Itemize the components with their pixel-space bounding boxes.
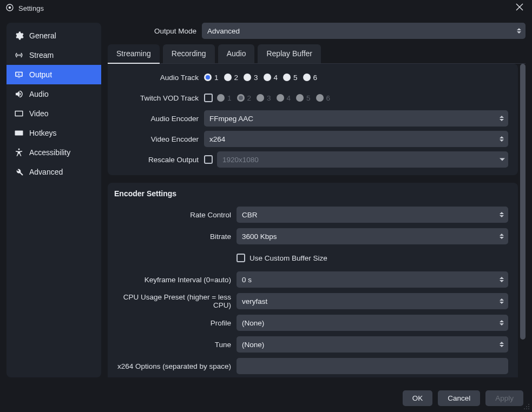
svg-point-9 [526,408,527,409]
sidebar-item-output[interactable]: Output [6,65,101,84]
svg-point-7 [528,406,529,407]
resize-grip[interactable] [523,403,530,410]
rate-control-row: Rate Control CBR [114,207,508,223]
scrollbar[interactable] [520,64,526,377]
gear-icon [14,31,24,41]
ok-button[interactable]: OK [403,390,433,406]
twitch-vod-radios: 1 2 3 4 5 6 [217,94,330,102]
x264-options-row: x264 Options (separated by space) [114,358,508,374]
spinner-icon [497,338,506,351]
sidebar-item-general[interactable]: General [6,26,101,45]
rate-control-label: Rate Control [114,211,237,219]
audio-icon [14,89,24,99]
twitch-vod-radio-3: 3 [257,94,271,102]
profile-select[interactable]: (None) [237,315,508,331]
output-mode-label: Output Mode [108,27,202,35]
rate-control-select[interactable]: CBR [237,207,508,223]
keyframe-input[interactable]: 0 s [237,271,508,288]
svg-point-5 [528,404,529,405]
rescale-output-select: 1920x1080 [217,151,508,168]
scroll-area: Audio Track 1 2 3 4 5 6 Twitch VOD [108,64,526,377]
profile-label: Profile [114,319,237,327]
apply-button: Apply [485,390,523,406]
twitch-vod-radio-6: 6 [316,94,331,102]
sidebar: General Stream Output Audio Video Hotkey… [6,23,101,377]
app-icon [5,3,14,14]
spinner-icon [497,316,506,329]
custom-buffer-checkbox[interactable] [237,254,245,262]
sidebar-item-video[interactable]: Video [6,104,101,123]
spinner-icon [497,295,506,308]
window-title: Settings [18,4,44,12]
cancel-button[interactable]: Cancel [438,390,480,406]
encoder-settings-section: Encoder Settings Rate Control CBR [108,183,518,377]
sidebar-item-advanced[interactable]: Advanced [6,162,101,182]
titlebar: Settings [0,0,532,16]
sidebar-item-label: General [29,31,56,40]
twitch-vod-checkbox[interactable] [204,94,213,102]
audio-track-radio-6[interactable]: 6 [303,74,318,82]
tab-replay-buffer[interactable]: Replay Buffer [258,44,321,63]
audio-track-label: Audio Track [113,74,204,82]
streaming-panel: Audio Track 1 2 3 4 5 6 Twitch VOD [108,64,518,175]
spinner-icon [497,132,506,145]
x264-options-label: x264 Options (separated by space) [114,362,237,370]
twitch-vod-radio-1: 1 [217,94,232,102]
svg-point-10 [528,408,529,409]
bitrate-row: Bitrate 3600 Kbps [114,228,508,244]
sidebar-item-label: Audio [29,90,49,98]
keyframe-row: Keyframe Interval (0=auto) 0 s [114,271,508,288]
tab-recording[interactable]: Recording [163,44,215,63]
audio-track-radio-3[interactable]: 3 [244,74,258,82]
sidebar-item-label: Stream [29,51,54,59]
tune-select[interactable]: (None) [237,336,508,353]
spinner-icon [515,24,523,37]
video-icon [14,109,24,118]
audio-track-radio-2[interactable]: 2 [224,74,239,82]
encoder-settings-title: Encoder Settings [114,189,508,198]
dialog-body: General Stream Output Audio Video Hotkey… [0,16,532,384]
bitrate-input[interactable]: 3600 Kbps [237,228,508,244]
audio-encoder-label: Audio Encoder [113,115,204,123]
audio-track-radio-1[interactable]: 1 [204,74,219,82]
video-encoder-select[interactable]: x264 [204,131,508,147]
keyframe-label: Keyframe Interval (0=auto) [114,276,237,284]
cpu-preset-select[interactable]: veryfast [237,293,508,309]
main-content: Output Mode Advanced Streaming Recording… [108,23,526,377]
spinner-icon [497,273,506,286]
output-mode-select[interactable]: Advanced [202,23,526,39]
audio-encoder-select[interactable]: FFmpeg AAC [204,110,508,127]
sidebar-item-hotkeys[interactable]: Hotkeys [6,123,101,143]
audio-track-radio-4[interactable]: 4 [264,74,278,82]
output-mode-value: Advanced [207,27,240,35]
bitrate-label: Bitrate [114,232,237,241]
svg-point-1 [9,6,11,9]
close-button[interactable] [513,1,527,15]
video-encoder-label: Video Encoder [113,135,204,143]
sidebar-item-accessibility[interactable]: Accessibility [6,143,101,162]
custom-buffer-check-label[interactable]: Use Custom Buffer Size [237,254,327,262]
twitch-vod-content: 1 2 3 4 5 6 [204,94,508,102]
tab-audio[interactable]: Audio [218,44,255,63]
twitch-vod-radio-5: 5 [296,94,311,102]
audio-track-radio-5[interactable]: 5 [283,74,298,82]
output-icon [14,70,24,79]
rescale-output-checkbox[interactable] [204,155,213,164]
twitch-vod-label: Twitch VOD Track [113,94,204,102]
dialog-footer: OK Cancel Apply [0,384,532,412]
spinner-icon [497,230,506,243]
twitch-vod-radio-4: 4 [277,94,291,102]
sidebar-item-stream[interactable]: Stream [6,45,101,65]
custom-buffer-row: Use Custom Buffer Size [114,250,508,266]
sidebar-item-audio[interactable]: Audio [6,84,101,104]
sidebar-item-label: Advanced [29,168,63,176]
tab-streaming[interactable]: Streaming [108,44,160,64]
spinner-icon [497,208,506,221]
video-encoder-row: Video Encoder x264 [113,131,508,147]
keyboard-icon [14,128,24,138]
scrollbar-thumb[interactable] [520,64,526,340]
twitch-vod-row: Twitch VOD Track 1 2 3 4 5 6 [113,90,508,106]
audio-track-radios: 1 2 3 4 5 6 [204,74,508,82]
x264-options-input[interactable] [237,358,508,374]
twitch-vod-radio-2: 2 [237,94,252,102]
